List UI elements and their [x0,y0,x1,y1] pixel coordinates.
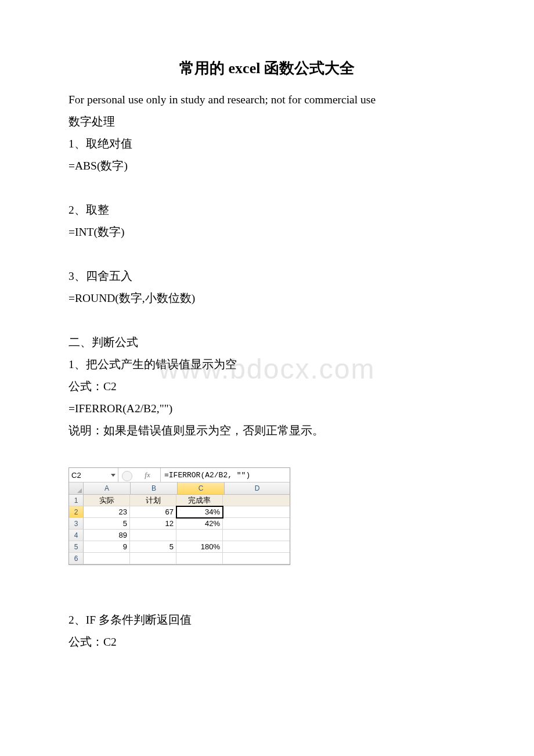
name-box-value: C2 [71,471,81,480]
cell [223,506,290,518]
cell: 完成率 [176,495,223,506]
table-row: 1实际计划完成率 [69,495,290,506]
item-abs-formula: =ABS(数字) [68,155,466,177]
cell: 12 [130,518,176,530]
table-row: 351242% [69,518,290,530]
disclaimer-text: For personal use only in study and resea… [68,89,466,111]
item-int-formula: =INT(数字) [68,221,466,243]
formula-bar-input: =IFERROR(A2/B2, "") [161,468,290,482]
cell: 89 [84,530,130,541]
spacer [68,587,466,609]
cell: 9 [84,541,130,553]
spacer [68,442,466,464]
item-round-title: 3、四舍五入 [68,265,466,287]
cell [223,553,290,564]
cell [223,541,290,553]
cell: 67 [130,506,176,518]
cell: 180% [176,541,223,553]
excel-screenshot: C2 fx =IFERROR(A2/B2, "") A B C D 1实际计划完… [68,467,290,565]
row-header: 6 [69,553,84,564]
item-iferror-formula: =IFERROR(A2/B2,"") [68,398,466,420]
excel-data-rows: 1实际计划完成率2236734%351242%489595180%6 [69,495,290,564]
column-headers-row: A B C D [69,483,290,495]
table-row: 489 [69,530,290,541]
select-all-corner [69,483,84,494]
name-box: C2 [69,468,118,482]
column-header-b: B [131,483,178,494]
fx-icon: fx [135,468,161,482]
cell: 5 [130,541,176,553]
cell: 计划 [130,495,176,506]
spacer [68,243,466,265]
item-iferror-cell: 公式：C2 [68,376,466,398]
item-int-title: 2、取整 [68,199,466,221]
cell [223,530,290,541]
cell: 实际 [84,495,130,506]
row-header: 5 [69,541,84,553]
formula-bar-row: C2 fx =IFERROR(A2/B2, "") [69,468,290,483]
page-title: 常用的 excel 函数公式大全 [68,58,466,78]
cancel-icon [122,471,132,481]
section-judgment: 二、判断公式 [68,332,466,354]
cell: 23 [84,506,130,518]
table-row: 6 [69,553,290,564]
item-abs-title: 1、取绝对值 [68,133,466,155]
item-iferror-title: 1、把公式产生的错误值显示为空 [68,354,466,376]
cell [130,553,176,564]
dropdown-icon [111,474,116,477]
column-header-a: A [84,483,131,494]
row-header: 3 [69,518,84,530]
item-round-formula: =ROUND(数字,小数位数) [68,287,466,309]
item-iferror-desc: 说明：如果是错误值则显示为空，否则正常显示。 [68,420,466,442]
section-number-processing: 数字处理 [68,111,466,133]
cell [223,495,290,506]
spacer [68,565,466,587]
column-header-c: C [178,483,225,494]
cell [176,530,223,541]
row-header: 1 [69,495,84,506]
item-if-cell: 公式：C2 [68,631,466,653]
spacer [68,309,466,332]
column-header-d: D [225,483,290,494]
table-row: 595180% [69,541,290,553]
cell [176,553,223,564]
cell [130,530,176,541]
row-header: 2 [69,506,84,518]
cell: 34% [176,506,223,518]
cell [223,518,290,530]
item-if-title: 2、IF 多条件判断返回值 [68,609,466,631]
spacer [68,177,466,199]
cell: 5 [84,518,130,530]
table-row: 2236734% [69,506,290,518]
row-header: 4 [69,530,84,541]
cell: 42% [176,518,223,530]
cell [84,553,130,564]
